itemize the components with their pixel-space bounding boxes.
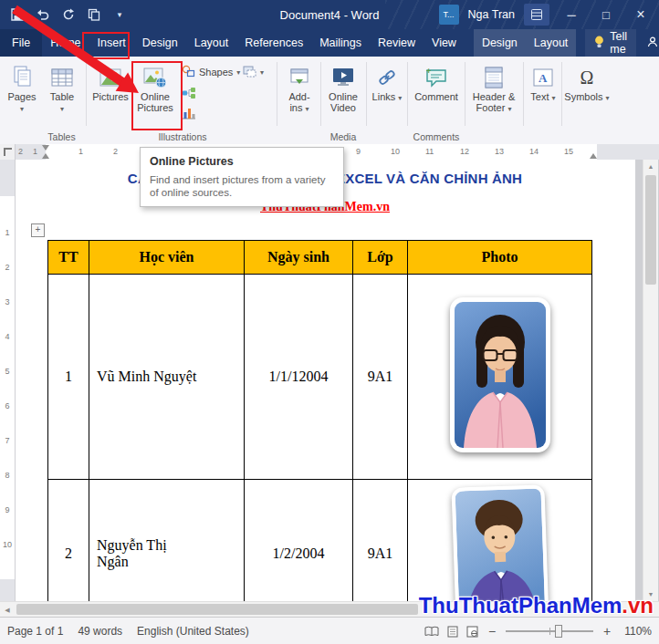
ruler-number: 1 [33,147,37,156]
zoom-slider-thumb[interactable] [555,625,562,638]
tab-layout[interactable]: Layout [186,29,237,57]
right-indent-marker[interactable] [590,153,597,159]
online-video-icon [331,61,355,88]
tooltip-description: Find and insert pictures from a variety … [150,173,334,199]
links-button[interactable]: Links ▾ [369,59,405,130]
zoom-level[interactable]: 110% [621,625,652,638]
group-label-media: Media [321,131,365,142]
comment-button[interactable]: + Comment [411,59,462,130]
close-button[interactable]: × [628,4,654,26]
scroll-left-arrow[interactable]: ◀ [0,602,15,618]
tell-me-box[interactable]: Tell me [585,29,636,57]
group-label-comments: Comments [408,131,465,142]
copy-button[interactable] [84,5,104,25]
redo-button[interactable] [58,5,78,25]
omega-icon: Ω [581,61,594,88]
chart-button[interactable] [182,104,196,124]
ruler-number: 1 [0,228,15,237]
smartart-button[interactable] [182,84,196,104]
table-label: Table [50,91,74,102]
watermark: ThuThuatPhanMem.vn [419,593,654,618]
column-header-photo: Photo [408,241,592,275]
ruler-number: 10 [391,147,400,156]
tab-view[interactable]: View [424,29,465,57]
chevron-down-icon: ▾ [398,94,402,102]
student-table[interactable]: TT Học viên Ngày sinh Lớp Photo 1 Vũ Min… [47,240,592,601]
qat-customize-button[interactable]: ▾ [110,5,130,25]
column-header-class: Lớp [353,241,408,275]
column-header-dob: Ngày sinh [245,241,353,275]
online-video-button[interactable]: OnlineVideo [323,59,363,130]
vertical-scrollbar[interactable]: ▲ ▼ [643,160,658,601]
web-layout-button[interactable] [466,626,478,638]
zoom-slider[interactable] [506,625,593,638]
save-button[interactable] [7,5,27,25]
chevron-down-icon: ▾ [507,105,511,113]
header-footer-button[interactable]: Header &Footer ▾ [467,59,520,130]
print-layout-button[interactable] [447,626,458,638]
tab-references[interactable]: References [236,29,311,57]
group-separator [366,62,367,126]
zoom-out-button[interactable]: − [486,624,497,639]
hanging-indent-marker[interactable] [42,153,49,159]
zoom-in-button[interactable]: + [601,624,612,639]
shapes-label: Shapes [199,67,233,78]
tab-insert[interactable]: Insert [89,29,134,57]
chevron-down-icon: ▾ [306,105,309,113]
undo-button[interactable] [33,5,53,25]
table-tools-contextual-tabs: Design Layout [474,29,576,57]
tab-review[interactable]: Review [370,29,424,57]
tab-file[interactable]: File [0,29,42,57]
pages-button[interactable]: Pages▾ [5,59,39,130]
tab-selector[interactable] [0,144,16,160]
online-pictures-button[interactable]: OnlinePictures [133,59,177,130]
tab-table-layout[interactable]: Layout [526,29,577,57]
group-label-illustrations: Illustrations [141,131,224,142]
table-button[interactable]: Table▾ [43,59,81,130]
text-button[interactable]: A Text ▾ [526,59,560,130]
share-button[interactable]: Share [636,29,659,57]
links-icon [375,61,399,88]
chevron-down-icon: ▾ [20,105,24,113]
document-page[interactable]: CÁCH CHÈN ẢNH VÀO WORD, EXCEL VÀ CĂN CHỈ… [15,160,635,601]
online-pictures-label-line1: Online [141,91,170,102]
symbols-button[interactable]: Ω Symbols ▾ [564,59,610,130]
group-separator [465,62,465,126]
minimize-button[interactable]: ─ [559,4,584,26]
online-pictures-icon [143,61,167,88]
ribbon-display-options-button[interactable] [524,4,549,26]
horizontal-scroll-thumb[interactable] [16,604,418,615]
header-footer-icon [484,61,504,88]
tab-mailings[interactable]: Mailings [311,29,370,57]
maximize-button[interactable]: □ [593,4,619,26]
ruler-number: 12 [460,147,469,156]
tab-table-design[interactable]: Design [474,29,526,57]
lightbulb-icon [594,36,604,51]
ruler-number: 2 [18,147,23,156]
pictures-button[interactable]: Pictures [89,59,131,130]
table-header-row: TT Học viên Ngày sinh Lớp Photo [48,241,592,275]
scroll-up-arrow[interactable]: ▲ [643,160,658,173]
ruler-number: 8 [0,471,15,480]
group-separator [523,62,524,126]
table-move-handle[interactable]: + [31,223,45,237]
read-mode-button[interactable] [424,626,439,637]
screenshot-button[interactable]: ▾ [243,62,264,82]
add-ins-button[interactable]: Add-ins ▾ [280,59,319,130]
vertical-ruler[interactable]: 1 2 3 4 5 6 7 8 9 10 [0,160,16,601]
cell-class: 9A1 [353,275,408,480]
tab-home[interactable]: Home [42,29,89,57]
user-avatar-badge[interactable]: T... [439,5,459,25]
table-row: 2 Nguyễn Thị Ngân 1/2/2004 9A1 [48,480,592,602]
student-photo-2 [451,484,549,601]
language-indicator[interactable]: English (United States) [137,625,249,638]
vertical-scroll-thumb[interactable] [645,175,656,285]
page-indicator[interactable]: Page 1 of 1 [7,625,63,638]
first-line-indent-marker[interactable] [42,145,49,151]
cell-name: Vũ Minh Nguyệt [89,275,245,480]
word-count[interactable]: 49 words [78,625,122,638]
tab-design[interactable]: Design [134,29,186,57]
user-name[interactable]: Nga Tran [468,8,515,21]
column-header-name: Học viên [89,241,245,275]
shapes-button[interactable]: Shapes ▾ [182,62,240,82]
